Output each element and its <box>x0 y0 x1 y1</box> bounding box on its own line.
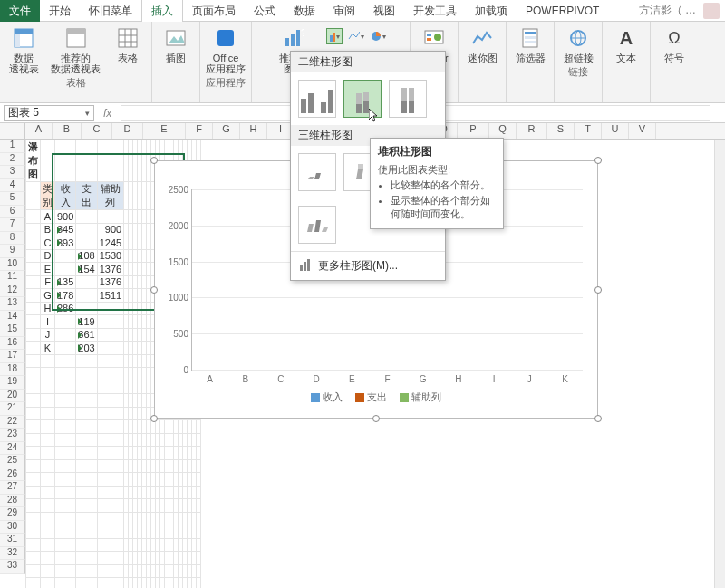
row-header-2[interactable]: 2 <box>0 153 25 167</box>
row-header-9[interactable]: 9 <box>0 245 25 258</box>
col-header-H[interactable]: H <box>240 123 267 139</box>
row-header-33[interactable]: 33 <box>0 560 25 574</box>
stacked-column-option[interactable] <box>343 80 382 118</box>
col-header-U[interactable]: U <box>602 123 629 139</box>
row-header-4[interactable]: 4 <box>0 179 25 193</box>
row-header-15[interactable]: 15 <box>0 323 25 337</box>
row-header-12[interactable]: 12 <box>0 284 25 298</box>
col-header-C[interactable]: C <box>82 123 112 139</box>
row-header-23[interactable]: 23 <box>0 429 25 442</box>
vertical-scrollbar[interactable] <box>714 140 725 588</box>
row-header-21[interactable]: 21 <box>0 402 25 416</box>
text-button[interactable]: A 文本 <box>608 25 644 63</box>
100-stacked-column-option[interactable] <box>389 80 427 118</box>
symbol-button[interactable]: Ω 符号 <box>656 25 692 63</box>
name-box[interactable]: 图表 5 ▾ <box>4 105 94 121</box>
row-header-24[interactable]: 24 <box>0 442 25 456</box>
resize-handle[interactable] <box>594 157 602 164</box>
col-header-V[interactable]: V <box>629 123 656 139</box>
chevron-down-icon[interactable]: ▾ <box>85 109 90 118</box>
resize-handle[interactable] <box>594 286 602 294</box>
3d-clustered-column-option[interactable] <box>298 153 336 191</box>
menu-powerpivot[interactable]: POWERPIVOT <box>517 1 608 20</box>
menu-insert[interactable]: 插入 <box>141 0 183 23</box>
row-header-5[interactable]: 5 <box>0 192 25 206</box>
row-header-32[interactable]: 32 <box>0 547 25 561</box>
svg-marker-49 <box>307 224 314 232</box>
row-header-31[interactable]: 31 <box>0 534 25 547</box>
illustrations-button[interactable]: 插图 <box>158 25 194 63</box>
col-header-E[interactable]: E <box>143 123 186 139</box>
row-header-11[interactable]: 11 <box>0 271 25 284</box>
row-header-27[interactable]: 27 <box>0 481 25 495</box>
row-header-26[interactable]: 26 <box>0 468 25 482</box>
resize-handle[interactable] <box>150 286 158 294</box>
col-header-A[interactable]: A <box>25 123 53 139</box>
pivot-table-button[interactable]: 数据透视表 <box>5 25 42 74</box>
hyperlink-label: 超链接 <box>564 53 594 63</box>
menu-view[interactable]: 视图 <box>364 0 404 22</box>
office-apps-button[interactable]: Office应用程序 <box>206 25 246 74</box>
row-header-6[interactable]: 6 <box>0 206 25 219</box>
col-header-F[interactable]: F <box>186 123 213 139</box>
pie-chart-dropdown[interactable]: ▾ <box>370 28 386 44</box>
row-header-22[interactable]: 22 <box>0 416 25 429</box>
menu-formulas[interactable]: 公式 <box>245 0 285 22</box>
legend-item-helper[interactable]: 辅助列 <box>400 390 441 404</box>
col-header-S[interactable]: S <box>547 123 575 139</box>
column-chart-dropdown[interactable]: ▾ <box>326 28 343 44</box>
row-header-20[interactable]: 20 <box>0 390 25 403</box>
line-chart-dropdown[interactable]: ▾ <box>348 28 364 44</box>
more-column-charts[interactable]: 更多柱形图(M)... <box>291 251 445 280</box>
row-header-7[interactable]: 7 <box>0 218 25 232</box>
row-header-1[interactable]: 1 <box>0 140 25 153</box>
ribbon-group-text: A 文本 <box>603 22 651 102</box>
row-header-13[interactable]: 13 <box>0 297 25 311</box>
row-headers[interactable]: 1234567891011121314151617181920212223242… <box>0 140 25 574</box>
row-header-3[interactable]: 3 <box>0 166 25 179</box>
legend-item-income[interactable]: 收入 <box>311 390 343 404</box>
fx-icon[interactable]: fx <box>98 107 117 120</box>
menu-addins[interactable]: 加载项 <box>466 0 517 22</box>
slicer-button[interactable]: 筛选器 <box>512 25 548 63</box>
hyperlink-button[interactable]: 超链接 <box>560 25 596 63</box>
row-header-29[interactable]: 29 <box>0 507 25 521</box>
resize-handle[interactable] <box>372 415 380 422</box>
chart-legend[interactable]: 收入 支出 辅助列 <box>155 390 597 404</box>
3d-column-option[interactable] <box>298 206 336 244</box>
col-header-B[interactable]: B <box>53 123 82 139</box>
svg-rect-54 <box>307 259 310 271</box>
row-header-14[interactable]: 14 <box>0 311 25 324</box>
ribbon-group-sparklines: 迷你图 <box>459 22 507 102</box>
menu-classic[interactable]: 怀旧菜单 <box>80 0 141 22</box>
user-name[interactable]: 方洁影（ … <box>639 3 703 18</box>
row-header-8[interactable]: 8 <box>0 232 25 246</box>
col-header-Q[interactable]: Q <box>489 123 517 139</box>
row-header-30[interactable]: 30 <box>0 521 25 535</box>
col-header-R[interactable]: R <box>517 123 547 139</box>
menu-page-layout[interactable]: 页面布局 <box>183 0 245 22</box>
menu-data[interactable]: 数据 <box>285 0 324 22</box>
table-button[interactable]: 表格 <box>110 25 146 74</box>
clustered-column-option[interactable] <box>298 80 336 118</box>
row-header-25[interactable]: 25 <box>0 455 25 468</box>
resize-handle[interactable] <box>150 415 158 422</box>
ribbon-group-illustrations: 插图 <box>152 22 200 102</box>
row-header-28[interactable]: 28 <box>0 495 25 508</box>
resize-handle[interactable] <box>150 157 158 164</box>
col-header-G[interactable]: G <box>213 123 240 139</box>
legend-item-expense[interactable]: 支出 <box>355 390 387 404</box>
col-header-P[interactable]: P <box>458 123 489 139</box>
row-header-16[interactable]: 16 <box>0 337 25 351</box>
col-header-D[interactable]: D <box>112 123 143 139</box>
col-header-T[interactable]: T <box>575 123 602 139</box>
row-header-10[interactable]: 10 <box>0 258 25 272</box>
row-header-17[interactable]: 17 <box>0 350 25 363</box>
menu-file[interactable]: 文件 <box>0 0 40 22</box>
menu-home[interactable]: 开始 <box>40 0 80 22</box>
sparkline-button[interactable]: 迷你图 <box>464 25 500 63</box>
resize-handle[interactable] <box>594 415 602 422</box>
recommended-pivot-button[interactable]: 推荐的数据透视表 <box>51 25 101 74</box>
menu-review[interactable]: 审阅 <box>324 0 364 22</box>
menu-developer[interactable]: 开发工具 <box>404 0 466 22</box>
